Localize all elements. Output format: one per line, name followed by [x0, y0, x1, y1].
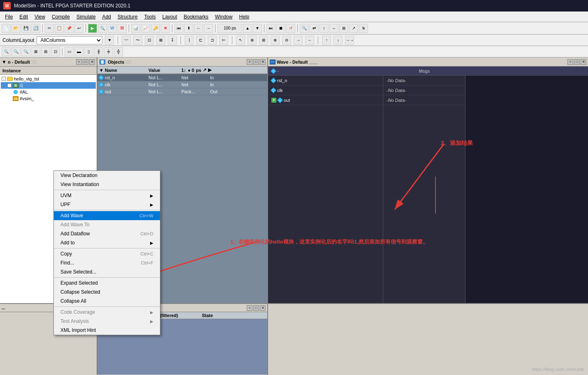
tree-item-i1[interactable]: + i1 — [1, 82, 96, 89]
tb-extra1[interactable]: ⇄ — [310, 24, 319, 33]
wave-preset3[interactable]: ⊡ — [145, 36, 154, 45]
tb-extra5[interactable]: ↗ — [349, 24, 358, 33]
sim-panel-collapse-icon[interactable]: ▼ — [2, 59, 7, 65]
bottom-mid-float[interactable]: □ — [253, 305, 259, 311]
wave-preset4[interactable]: ⊠ — [156, 36, 165, 45]
bottom-mid-add[interactable]: + — [247, 305, 252, 311]
ctx-view-inst[interactable]: View Instantiation — [54, 180, 160, 189]
zoom-r4[interactable]: ⊠ — [31, 47, 40, 56]
run-btn[interactable]: ▶ — [88, 24, 97, 33]
search-btn[interactable]: 🔍 — [98, 24, 107, 33]
tb-extra4[interactable]: ⊞ — [339, 24, 348, 33]
wave-btn[interactable]: W — [108, 24, 117, 33]
tb3[interactable]: 🔑 — [151, 24, 160, 33]
menu-view[interactable]: View — [31, 13, 49, 21]
undo-btn[interactable]: ↩ — [74, 24, 83, 33]
tree-item-hello[interactable]: - hello_vlg_tst — [1, 76, 96, 82]
ctx-add-to[interactable]: Add to ▶ — [54, 238, 160, 247]
ctx-upf[interactable]: UPF ▶ — [54, 200, 160, 209]
save-btn[interactable]: 💾 — [21, 24, 30, 33]
wave-out-expand[interactable]: + — [271, 98, 276, 103]
objects-panel-add-btn[interactable]: + — [247, 59, 252, 65]
wave-btn6[interactable]: ╪ — [104, 47, 113, 56]
wave-row-out[interactable]: + out — [268, 95, 383, 105]
sim-panel-add-btn[interactable]: + — [76, 59, 82, 65]
sim-ctrl2[interactable]: ⬆ — [184, 24, 193, 33]
wave-panel-add-btn[interactable]: + — [567, 59, 573, 65]
wave-preset1[interactable]: 〰 — [122, 36, 131, 45]
menu-window[interactable]: Window — [212, 13, 236, 21]
wave-nav1[interactable]: | — [185, 36, 194, 45]
cut-btn[interactable]: ✂ — [45, 24, 54, 33]
menu-edit[interactable]: Edit — [16, 13, 31, 21]
ctx-xml-import[interactable]: XML Import Hint — [54, 326, 160, 335]
zoom-in[interactable]: 🔍 — [300, 24, 309, 33]
zoom-r2[interactable]: 🔍 — [12, 47, 21, 56]
paste-btn[interactable]: 📌 — [65, 24, 74, 33]
open-btn[interactable]: 📂 — [12, 24, 21, 33]
ctx-add-wave[interactable]: Add Wave Ctrl+W — [54, 211, 160, 220]
tb4[interactable]: ✕ — [161, 24, 170, 33]
tb-extra3[interactable]: ↔ — [329, 24, 338, 33]
bottom-mid-close[interactable]: ✕ — [260, 305, 266, 311]
time-up[interactable]: ▲ — [243, 24, 252, 33]
cursor-btn[interactable]: ↖ — [236, 36, 245, 45]
wave-nav4[interactable]: ⊢ — [219, 36, 228, 45]
ctx-add-dataflow[interactable]: Add Dataflow Ctrl+D — [54, 229, 160, 238]
zoom-r5[interactable]: ⊞ — [41, 47, 50, 56]
find-next[interactable]: → — [294, 36, 303, 45]
wave-row-rst[interactable]: rst_n — [268, 76, 383, 85]
column-layout-select[interactable]: AllColumns — [37, 36, 102, 44]
objects-panel-close-btn[interactable]: ✕ — [260, 59, 266, 65]
objects-panel-float-btn[interactable]: □ — [253, 59, 259, 65]
sim-panel-close-btn[interactable]: ✕ — [89, 59, 95, 65]
zoom-r1[interactable]: 🔍 — [2, 47, 11, 56]
wave-btn5[interactable]: ╫ — [94, 47, 103, 56]
time-input-btn[interactable]: 100 ps — [218, 24, 242, 33]
ctx-collapse-all[interactable]: Collapse All — [54, 297, 160, 306]
menu-bookmarks[interactable]: Bookmarks — [181, 13, 212, 21]
zoom-r3[interactable]: 🔍 — [21, 47, 30, 56]
menu-help[interactable]: Help — [236, 13, 252, 21]
tb2[interactable]: 📈 — [141, 24, 150, 33]
signal-up[interactable]: ↑ — [322, 36, 331, 45]
expand-i1[interactable]: + — [7, 83, 12, 87]
tb-extra6[interactable]: 🖱 — [359, 24, 368, 33]
zoom-in2[interactable]: ⊕ — [271, 36, 280, 45]
obj-row-rst[interactable]: rst_n Not L... Net In — [97, 74, 267, 81]
sim-ctrl1[interactable]: ⏮ — [174, 24, 183, 33]
ctx-expand-selected[interactable]: Expand Selected — [54, 278, 160, 288]
modelsim-btn[interactable]: M — [118, 24, 127, 33]
ctx-view-decl[interactable]: View Declaration — [54, 171, 160, 180]
signal-extra[interactable]: →→ — [345, 36, 354, 45]
copy-btn[interactable]: 📋 — [55, 24, 64, 33]
menu-file[interactable]: File — [2, 13, 16, 21]
wave-btn4[interactable]: ▯ — [84, 47, 93, 56]
signal-dn[interactable]: ↓ — [333, 36, 343, 45]
col-dropdown[interactable]: ▼ — [105, 36, 114, 45]
wave-btn2[interactable]: ▭ — [65, 47, 74, 56]
refresh-btn[interactable]: 🔄 — [31, 24, 40, 33]
ctx-add-wave-to[interactable]: Add Wave To — [54, 220, 160, 229]
zoom-region[interactable]: ⊕ — [248, 36, 257, 45]
wave-panel-float-btn[interactable]: □ — [574, 59, 580, 65]
ctx-code-coverage[interactable]: Code Coverage ▶ — [54, 308, 160, 317]
time-down[interactable]: ▼ — [253, 24, 262, 33]
menu-compile[interactable]: Compile — [49, 13, 73, 21]
ctx-collapse-selected[interactable]: Collapse Selected — [54, 288, 160, 297]
obj-row-out[interactable]: out Not L... Pack... Out — [97, 88, 267, 95]
new-btn[interactable]: 📄 — [2, 24, 11, 33]
ctx-test-analysis[interactable]: Test Analysis ▶ — [54, 317, 160, 326]
find-prev[interactable]: ← — [305, 36, 314, 45]
tb1[interactable]: 📊 — [131, 24, 140, 33]
restart-btn[interactable]: ↺ — [286, 24, 295, 33]
tb-extra2[interactable]: ↕ — [319, 24, 329, 33]
ctx-save-selected[interactable]: Save Selected... — [54, 267, 160, 276]
wave-row-clk[interactable]: clk — [268, 85, 383, 95]
menu-structure[interactable]: Structure — [114, 13, 141, 21]
ctx-uvm[interactable]: UVM ▶ — [54, 191, 160, 200]
expand-hello[interactable]: - — [2, 77, 6, 81]
break-btn[interactable]: ⏹ — [276, 24, 285, 33]
sim-panel-float-btn[interactable]: □ — [83, 59, 88, 65]
zoom-full[interactable]: ⊞ — [259, 36, 268, 45]
